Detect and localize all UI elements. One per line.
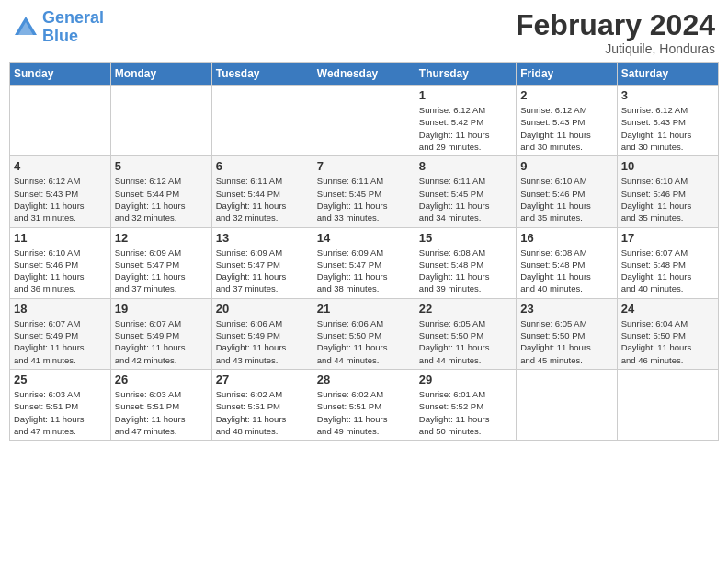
day-info: Sunrise: 6:07 AM Sunset: 5:49 PM Dayligh… (115, 317, 208, 366)
day-info: Sunrise: 6:07 AM Sunset: 5:49 PM Dayligh… (14, 317, 107, 366)
calendar-cell: 22Sunrise: 6:05 AM Sunset: 5:50 PM Dayli… (415, 298, 516, 369)
day-number: 15 (419, 231, 512, 245)
day-number: 1 (419, 88, 512, 102)
day-number: 21 (317, 302, 411, 316)
calendar-cell: 16Sunrise: 6:08 AM Sunset: 5:48 PM Dayli… (517, 227, 617, 298)
day-info: Sunrise: 6:02 AM Sunset: 5:51 PM Dayligh… (216, 388, 309, 437)
day-number: 20 (216, 302, 309, 316)
calendar-cell: 29Sunrise: 6:01 AM Sunset: 5:52 PM Dayli… (415, 369, 516, 440)
day-number: 3 (621, 88, 714, 102)
day-number: 23 (520, 302, 612, 316)
day-number: 11 (14, 231, 107, 245)
calendar-cell (110, 86, 211, 156)
calendar-cell (517, 369, 617, 440)
calendar-cell: 21Sunrise: 6:06 AM Sunset: 5:50 PM Dayli… (313, 298, 415, 369)
day-number: 2 (520, 88, 612, 102)
day-info: Sunrise: 6:01 AM Sunset: 5:52 PM Dayligh… (419, 388, 512, 437)
day-info: Sunrise: 6:08 AM Sunset: 5:48 PM Dayligh… (419, 247, 512, 295)
day-info: Sunrise: 6:12 AM Sunset: 5:43 PM Dayligh… (621, 104, 714, 153)
logo-text: General Blue (42, 9, 104, 46)
day-info: Sunrise: 6:04 AM Sunset: 5:50 PM Dayligh… (621, 317, 714, 366)
day-info: Sunrise: 6:06 AM Sunset: 5:49 PM Dayligh… (216, 317, 309, 366)
calendar-cell: 7Sunrise: 6:11 AM Sunset: 5:45 PM Daylig… (313, 156, 415, 227)
day-info: Sunrise: 6:05 AM Sunset: 5:50 PM Dayligh… (520, 317, 612, 366)
day-info: Sunrise: 6:11 AM Sunset: 5:45 PM Dayligh… (419, 175, 512, 224)
day-number: 10 (621, 159, 714, 173)
calendar-cell: 3Sunrise: 6:12 AM Sunset: 5:43 PM Daylig… (617, 86, 718, 156)
day-number: 16 (520, 231, 612, 245)
calendar-cell: 19Sunrise: 6:07 AM Sunset: 5:49 PM Dayli… (110, 298, 211, 369)
day-number: 25 (14, 373, 107, 386)
calendar-cell (10, 86, 111, 156)
day-number: 5 (115, 159, 208, 173)
weekday-header-wednesday: Wednesday (313, 63, 415, 86)
day-info: Sunrise: 6:09 AM Sunset: 5:47 PM Dayligh… (115, 247, 208, 295)
day-number: 8 (419, 159, 512, 173)
day-number: 27 (216, 373, 309, 386)
weekday-header-saturday: Saturday (617, 63, 718, 86)
title-block: February 2024 Jutiquile, Honduras (516, 9, 715, 56)
day-number: 4 (14, 159, 107, 173)
calendar-cell: 2Sunrise: 6:12 AM Sunset: 5:43 PM Daylig… (517, 86, 617, 156)
day-info: Sunrise: 6:10 AM Sunset: 5:46 PM Dayligh… (621, 175, 714, 224)
day-number: 26 (115, 373, 208, 386)
calendar-cell: 15Sunrise: 6:08 AM Sunset: 5:48 PM Dayli… (415, 227, 516, 298)
day-info: Sunrise: 6:02 AM Sunset: 5:51 PM Dayligh… (317, 388, 411, 437)
day-number: 13 (216, 231, 309, 245)
day-number: 24 (621, 302, 714, 316)
calendar-cell: 11Sunrise: 6:10 AM Sunset: 5:46 PM Dayli… (10, 227, 111, 298)
calendar-week-3: 11Sunrise: 6:10 AM Sunset: 5:46 PM Dayli… (10, 227, 719, 298)
day-number: 19 (115, 302, 208, 316)
calendar-cell: 14Sunrise: 6:09 AM Sunset: 5:47 PM Dayli… (313, 227, 415, 298)
calendar-week-5: 25Sunrise: 6:03 AM Sunset: 5:51 PM Dayli… (10, 369, 719, 440)
day-number: 12 (115, 231, 208, 245)
day-info: Sunrise: 6:12 AM Sunset: 5:42 PM Dayligh… (419, 104, 512, 153)
day-info: Sunrise: 6:10 AM Sunset: 5:46 PM Dayligh… (520, 175, 612, 224)
calendar-cell: 18Sunrise: 6:07 AM Sunset: 5:49 PM Dayli… (10, 298, 111, 369)
day-number: 6 (216, 159, 309, 173)
calendar-table: SundayMondayTuesdayWednesdayThursdayFrid… (9, 62, 719, 441)
weekday-header-friday: Friday (517, 63, 617, 86)
day-info: Sunrise: 6:09 AM Sunset: 5:47 PM Dayligh… (216, 247, 309, 295)
day-info: Sunrise: 6:11 AM Sunset: 5:45 PM Dayligh… (317, 175, 411, 224)
day-info: Sunrise: 6:09 AM Sunset: 5:47 PM Dayligh… (317, 247, 411, 295)
calendar-cell: 28Sunrise: 6:02 AM Sunset: 5:51 PM Dayli… (313, 369, 415, 440)
day-number: 14 (317, 231, 411, 245)
day-info: Sunrise: 6:03 AM Sunset: 5:51 PM Dayligh… (14, 388, 107, 437)
day-number: 29 (419, 373, 512, 386)
day-number: 28 (317, 373, 411, 386)
calendar-cell: 13Sunrise: 6:09 AM Sunset: 5:47 PM Dayli… (211, 227, 313, 298)
calendar-cell: 25Sunrise: 6:03 AM Sunset: 5:51 PM Dayli… (10, 369, 111, 440)
calendar-cell: 12Sunrise: 6:09 AM Sunset: 5:47 PM Dayli… (110, 227, 211, 298)
day-info: Sunrise: 6:03 AM Sunset: 5:51 PM Dayligh… (115, 388, 208, 437)
weekday-header-monday: Monday (110, 63, 211, 86)
calendar-cell: 9Sunrise: 6:10 AM Sunset: 5:46 PM Daylig… (517, 156, 617, 227)
day-info: Sunrise: 6:12 AM Sunset: 5:43 PM Dayligh… (520, 104, 612, 153)
day-number: 18 (14, 302, 107, 316)
day-info: Sunrise: 6:07 AM Sunset: 5:48 PM Dayligh… (621, 247, 714, 295)
day-info: Sunrise: 6:12 AM Sunset: 5:44 PM Dayligh… (115, 175, 208, 224)
day-number: 22 (419, 302, 512, 316)
day-info: Sunrise: 6:10 AM Sunset: 5:46 PM Dayligh… (14, 247, 107, 295)
day-info: Sunrise: 6:08 AM Sunset: 5:48 PM Dayligh… (520, 247, 612, 295)
calendar-cell: 1Sunrise: 6:12 AM Sunset: 5:42 PM Daylig… (415, 86, 516, 156)
calendar-cell: 5Sunrise: 6:12 AM Sunset: 5:44 PM Daylig… (110, 156, 211, 227)
day-info: Sunrise: 6:06 AM Sunset: 5:50 PM Dayligh… (317, 317, 411, 366)
logo-icon (13, 15, 39, 40)
day-number: 17 (621, 231, 714, 245)
calendar-week-4: 18Sunrise: 6:07 AM Sunset: 5:49 PM Dayli… (10, 298, 719, 369)
day-info: Sunrise: 6:11 AM Sunset: 5:44 PM Dayligh… (216, 175, 309, 224)
location: Jutiquile, Honduras (516, 41, 715, 56)
calendar-week-2: 4Sunrise: 6:12 AM Sunset: 5:43 PM Daylig… (10, 156, 719, 227)
calendar-cell (211, 86, 313, 156)
calendar-cell (313, 86, 415, 156)
calendar-cell (617, 369, 718, 440)
calendar-cell: 26Sunrise: 6:03 AM Sunset: 5:51 PM Dayli… (110, 369, 211, 440)
calendar-cell: 27Sunrise: 6:02 AM Sunset: 5:51 PM Dayli… (211, 369, 313, 440)
month-title: February 2024 (516, 9, 715, 41)
calendar-cell: 6Sunrise: 6:11 AM Sunset: 5:44 PM Daylig… (211, 156, 313, 227)
weekday-header-row: SundayMondayTuesdayWednesdayThursdayFrid… (10, 63, 719, 86)
calendar-cell: 4Sunrise: 6:12 AM Sunset: 5:43 PM Daylig… (10, 156, 111, 227)
calendar-cell: 23Sunrise: 6:05 AM Sunset: 5:50 PM Dayli… (517, 298, 617, 369)
day-number: 9 (520, 159, 612, 173)
